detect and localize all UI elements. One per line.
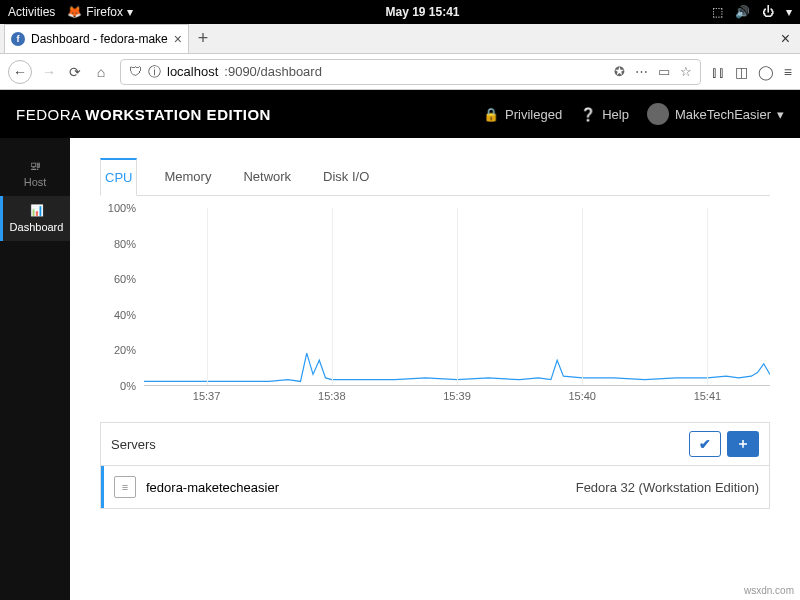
clock[interactable]: May 19 15:41 — [385, 5, 459, 19]
browser-tab-strip: f Dashboard - fedora-make × + × — [0, 24, 800, 54]
shield-icon: 🛡 — [129, 64, 142, 79]
x-tick: 15:38 — [318, 390, 346, 402]
sidebar-item-host[interactable]: 🖳 Host — [0, 152, 70, 196]
avatar — [647, 103, 669, 125]
grid-line — [207, 208, 208, 385]
server-row[interactable]: ≡ fedora-maketecheasier Fedora 32 (Works… — [101, 466, 769, 508]
activities-button[interactable]: Activities — [8, 5, 55, 19]
server-icon: ≡ — [114, 476, 136, 498]
sidebar-item-label: Dashboard — [10, 221, 64, 233]
reload-button[interactable]: ⟳ — [66, 64, 84, 80]
sidebar: 🖳 Host 📊 Dashboard — [0, 138, 70, 600]
app-body: 🖳 Host 📊 Dashboard CPU Memory Network Di… — [0, 138, 800, 600]
servers-header: Servers ✔ ＋ — [101, 423, 769, 466]
chevron-down-icon: ▾ — [777, 107, 784, 122]
x-tick: 15:41 — [694, 390, 722, 402]
grid-line — [582, 208, 583, 385]
chevron-down-icon: ▾ — [127, 5, 133, 19]
x-tick: 15:40 — [568, 390, 596, 402]
cpu-chart: 0%20%40%60%80%100% 15:3715:3815:3915:401… — [100, 208, 770, 408]
chart-plot — [144, 208, 770, 386]
user-menu[interactable]: MakeTechEasier ▾ — [647, 103, 784, 125]
x-tick: 15:37 — [193, 390, 221, 402]
sidebar-item-dashboard[interactable]: 📊 Dashboard — [0, 196, 70, 241]
server-os: Fedora 32 (Workstation Edition) — [576, 480, 759, 495]
account-icon[interactable]: ◯ — [758, 64, 774, 80]
url-host: localhost — [167, 64, 218, 79]
servers-panel: Servers ✔ ＋ ≡ fedora-maketecheasier Fedo… — [100, 422, 770, 509]
page-actions-icon[interactable]: ⋯ — [635, 64, 648, 79]
watermark: wsxdn.com — [744, 585, 794, 596]
chevron-down-icon: ▾ — [786, 5, 792, 19]
tab-cpu[interactable]: CPU — [100, 158, 137, 196]
current-app-menu[interactable]: 🦊 Firefox ▾ — [67, 5, 133, 19]
chart-x-axis: 15:3715:3815:3915:4015:41 — [144, 390, 770, 408]
y-tick: 40% — [114, 309, 136, 321]
tab-network[interactable]: Network — [238, 158, 296, 195]
library-icon[interactable]: ⫿⫿ — [711, 64, 725, 80]
main-content: CPU Memory Network Disk I/O 0%20%40%60%8… — [70, 138, 800, 600]
y-tick: 20% — [114, 344, 136, 356]
privileged-toggle[interactable]: 🔒 Privileged — [483, 107, 562, 122]
reader-icon[interactable]: ▭ — [658, 64, 670, 79]
browser-tab[interactable]: f Dashboard - fedora-make × — [4, 24, 189, 53]
y-tick: 100% — [108, 202, 136, 214]
y-tick: 80% — [114, 238, 136, 250]
url-path: :9090/dashboard — [224, 64, 322, 79]
gauge-icon: 📊 — [30, 204, 44, 217]
server-icon: 🖳 — [30, 160, 41, 172]
chart-y-axis: 0%20%40%60%80%100% — [100, 208, 140, 386]
firefox-icon: 🦊 — [67, 5, 82, 19]
lock-icon: 🔒 — [483, 107, 499, 122]
sidebar-icon[interactable]: ◫ — [735, 64, 748, 80]
app-header: FEDORA WORKSTATION EDITION 🔒 Privileged … — [0, 90, 800, 138]
tab-close-button[interactable]: × — [174, 31, 182, 47]
grid-line — [457, 208, 458, 385]
browser-toolbar: ← → ⟳ ⌂ 🛡 ⓘ localhost:9090/dashboard ✪ ⋯… — [0, 54, 800, 90]
brand-light: FEDORA — [16, 106, 85, 123]
help-icon: ❔ — [580, 107, 596, 122]
x-tick: 15:39 — [443, 390, 471, 402]
grid-line — [332, 208, 333, 385]
help-label: Help — [602, 107, 629, 122]
permissions-icon[interactable]: ✪ — [614, 64, 625, 79]
y-tick: 0% — [120, 380, 136, 392]
tab-memory[interactable]: Memory — [159, 158, 216, 195]
fedora-favicon: f — [11, 32, 25, 46]
y-tick: 60% — [114, 273, 136, 285]
network-icon[interactable]: ⬚ — [712, 5, 723, 19]
user-label: MakeTechEasier — [675, 107, 771, 122]
forward-button[interactable]: → — [40, 64, 58, 80]
tab-diskio[interactable]: Disk I/O — [318, 158, 374, 195]
window-close-button[interactable]: × — [771, 30, 800, 48]
new-tab-button[interactable]: + — [189, 28, 217, 49]
desktop-top-bar: Activities 🦊 Firefox ▾ May 19 15:41 ⬚ 🔊 … — [0, 0, 800, 24]
sidebar-item-label: Host — [24, 176, 47, 188]
bookmark-icon[interactable]: ☆ — [680, 64, 692, 79]
server-name: fedora-maketecheasier — [146, 480, 279, 495]
privileged-label: Privileged — [505, 107, 562, 122]
brand: FEDORA WORKSTATION EDITION — [16, 106, 271, 123]
grid-line — [707, 208, 708, 385]
power-icon[interactable]: ⏻ — [762, 5, 774, 19]
brand-bold: WORKSTATION EDITION — [85, 106, 271, 123]
add-server-button[interactable]: ＋ — [727, 431, 759, 457]
home-button[interactable]: ⌂ — [92, 64, 110, 80]
help-button[interactable]: ❔ Help — [580, 107, 629, 122]
address-bar[interactable]: 🛡 ⓘ localhost:9090/dashboard ✪ ⋯ ▭ ☆ — [120, 59, 701, 85]
info-icon: ⓘ — [148, 63, 161, 81]
servers-title: Servers — [111, 437, 156, 452]
metric-tabs: CPU Memory Network Disk I/O — [100, 158, 770, 196]
back-button[interactable]: ← — [8, 60, 32, 84]
current-app-label: Firefox — [86, 5, 123, 19]
edit-servers-button[interactable]: ✔ — [689, 431, 721, 457]
volume-icon[interactable]: 🔊 — [735, 5, 750, 19]
tab-title: Dashboard - fedora-make — [31, 32, 168, 46]
system-tray[interactable]: ⬚ 🔊 ⏻ ▾ — [712, 5, 792, 19]
menu-icon[interactable]: ≡ — [784, 64, 792, 80]
